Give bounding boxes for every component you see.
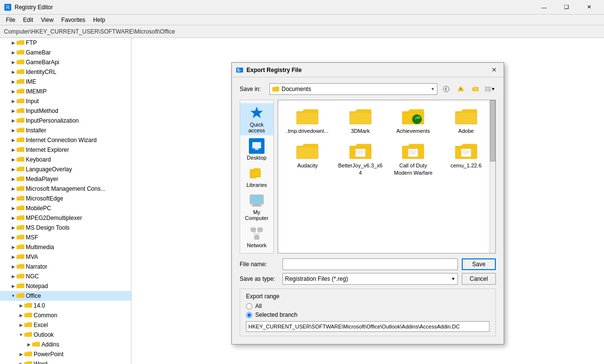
tree-toggle-icon[interactable]: ▶ — [25, 341, 32, 348]
cancel-button[interactable]: Cancel — [462, 273, 496, 285]
tree-item[interactable]: ▶ Notepad — [0, 281, 131, 291]
tree-item[interactable]: ▶ Common — [0, 310, 131, 320]
tree-item[interactable]: ▶ IME — [0, 77, 131, 87]
tree-item[interactable]: ▶ IdentityCRL — [0, 67, 131, 77]
tree-item[interactable]: ▶ IMEMIP — [0, 87, 131, 96]
tree-toggle-icon[interactable]: ▶ — [10, 107, 17, 115]
file-item[interactable]: Adobe — [441, 104, 492, 137]
tree-item[interactable]: ▶ NGC — [0, 272, 131, 281]
tree-toggle-icon[interactable]: ▶ — [10, 195, 17, 202]
tree-item[interactable]: ▶ MPEG2Demultiplexer — [0, 213, 131, 223]
tree-toggle-icon[interactable]: ▶ — [18, 360, 24, 364]
tree-item[interactable]: ▶ PowerPoint — [0, 349, 131, 359]
tree-item[interactable]: ▶ GameBar — [0, 48, 131, 57]
save-in-combo[interactable]: Documents ▼ — [269, 83, 437, 95]
tree-toggle-icon[interactable]: ▼ — [18, 331, 24, 339]
tree-toggle-icon[interactable]: ▶ — [10, 214, 17, 222]
menu-edit[interactable]: Edit — [19, 16, 37, 24]
file-grid-scrollbar[interactable] — [490, 100, 495, 253]
tree-toggle-icon[interactable]: ▶ — [10, 185, 17, 193]
close-button[interactable]: ✕ — [578, 0, 600, 15]
tree-toggle-icon[interactable]: ▶ — [10, 136, 17, 144]
minimize-button[interactable]: — — [533, 0, 555, 15]
tree-toggle-icon[interactable]: ▶ — [10, 88, 17, 95]
tree-item[interactable]: ▶ InputPersonalization — [0, 116, 131, 126]
menu-file[interactable]: File — [2, 16, 19, 24]
tree-toggle-icon[interactable]: ▶ — [10, 234, 17, 241]
tree-toggle-icon[interactable]: ▶ — [10, 39, 17, 47]
menu-help[interactable]: Help — [89, 16, 109, 24]
tree-item[interactable]: ▶ Microsoft Management Cons... — [0, 184, 131, 194]
tree-item[interactable]: ▶ Word — [0, 359, 131, 364]
back-button[interactable] — [440, 83, 452, 95]
tree-toggle-icon[interactable]: ▶ — [18, 302, 24, 309]
tree-item[interactable]: ▶ GameBarApi — [0, 57, 131, 67]
menu-favorites[interactable]: Favorites — [57, 16, 89, 24]
left-nav-my-computer[interactable]: My Computer — [240, 191, 273, 223]
tree-toggle-icon[interactable]: ▶ — [10, 282, 17, 290]
radio-all[interactable] — [246, 303, 252, 309]
tree-item[interactable]: ▶ InputMethod — [0, 106, 131, 116]
tree-toggle-icon[interactable]: ▶ — [10, 78, 17, 86]
tree-item[interactable]: ▶ FTP — [0, 38, 131, 48]
tree-toggle-icon[interactable]: ▶ — [10, 175, 17, 183]
file-item[interactable]: 3DMark — [335, 104, 386, 137]
tree-item[interactable]: ▶ Narrator — [0, 262, 131, 272]
file-item[interactable]: cemu_1.22.6 — [441, 139, 492, 179]
tree-toggle-icon[interactable]: ▶ — [10, 243, 17, 251]
file-item[interactable]: .tmp.drivedownl... — [282, 104, 333, 137]
tree-item[interactable]: ▶ MVA — [0, 252, 131, 262]
tree-item[interactable]: ▼ Outlook — [0, 330, 131, 340]
tree-toggle-icon[interactable]: ▶ — [10, 146, 17, 154]
dialog-close-button[interactable]: ✕ — [488, 65, 500, 75]
save-button[interactable]: Save — [462, 258, 496, 270]
tree-item[interactable]: ▶ Multimedia — [0, 242, 131, 252]
left-nav-desktop[interactable]: Desktop — [240, 136, 273, 163]
tree-toggle-icon[interactable]: ▶ — [10, 68, 17, 76]
menu-view[interactable]: View — [37, 16, 57, 24]
tree-toggle-icon[interactable]: ▶ — [10, 165, 17, 173]
tree-toggle-icon[interactable]: ▶ — [10, 127, 17, 134]
tree-item[interactable]: ▶ Installer — [0, 126, 131, 135]
tree-item[interactable]: ▶ MediaPlayer — [0, 174, 131, 184]
registry-path-input[interactable] — [246, 321, 490, 332]
tree-item[interactable]: ▶ Internet Connection Wizard — [0, 135, 131, 145]
tree-toggle-icon[interactable]: ▶ — [10, 253, 17, 261]
tree-item[interactable]: ▶ MSF — [0, 233, 131, 242]
left-nav-libraries[interactable]: Libraries — [240, 164, 273, 190]
tree-toggle-icon[interactable]: ▶ — [10, 49, 17, 56]
tree-toggle-icon[interactable]: ▶ — [10, 224, 17, 232]
file-item[interactable]: Call of Duty Modern Warfare — [388, 139, 439, 179]
tree-item[interactable]: ▶ Internet Explorer — [0, 145, 131, 155]
view-options-button[interactable]: ▼ — [484, 83, 496, 95]
left-nav-network[interactable]: Network — [240, 224, 273, 250]
tree-item[interactable]: ▶ 14.0 — [0, 301, 131, 310]
tree-toggle-icon[interactable]: ▶ — [10, 156, 17, 164]
tree-toggle-icon[interactable]: ▶ — [10, 263, 17, 271]
file-item[interactable]: BetterJoy_v6.3_x64 — [335, 139, 386, 179]
up-folder-button[interactable] — [455, 83, 467, 95]
file-item[interactable]: Achievements — [388, 104, 439, 137]
tree-item[interactable]: ▶ MS Design Tools — [0, 223, 131, 233]
tree-item[interactable]: ▼ Office — [0, 291, 131, 301]
new-folder-button[interactable]: + — [470, 83, 481, 95]
tree-item[interactable]: ▶ Keyboard — [0, 155, 131, 164]
tree-toggle-icon[interactable]: ▶ — [18, 350, 24, 358]
tree-item[interactable]: ▶ LanguageOverlay — [0, 164, 131, 174]
save-as-type-combo[interactable]: Registration Files (*.reg) ▼ — [283, 273, 458, 285]
tree-item[interactable]: ▶ Input — [0, 96, 131, 106]
tree-toggle-icon[interactable]: ▶ — [18, 311, 24, 319]
tree-toggle-icon[interactable]: ▶ — [10, 204, 17, 212]
tree-toggle-icon[interactable]: ▶ — [18, 321, 24, 329]
radio-selected-branch[interactable] — [246, 312, 252, 318]
tree-item[interactable]: ▶ MicrosoftEdge — [0, 194, 131, 203]
file-item[interactable]: Audacity — [282, 139, 333, 179]
tree-item[interactable]: ▶ MobilePC — [0, 203, 131, 213]
tree-toggle-icon[interactable]: ▶ — [10, 117, 17, 125]
left-nav-quick-access[interactable]: Quick access — [240, 103, 273, 135]
maximize-button[interactable]: ❑ — [555, 0, 578, 15]
filename-input[interactable] — [283, 258, 458, 270]
tree-toggle-icon[interactable]: ▶ — [10, 273, 17, 280]
tree-toggle-icon[interactable]: ▼ — [10, 292, 17, 300]
tree-toggle-icon[interactable]: ▶ — [10, 58, 17, 66]
